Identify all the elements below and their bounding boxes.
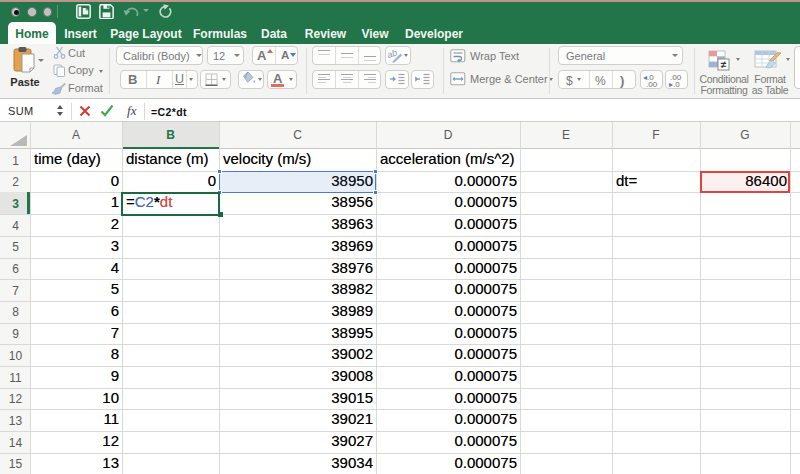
- svg-text:≠: ≠: [721, 59, 727, 70]
